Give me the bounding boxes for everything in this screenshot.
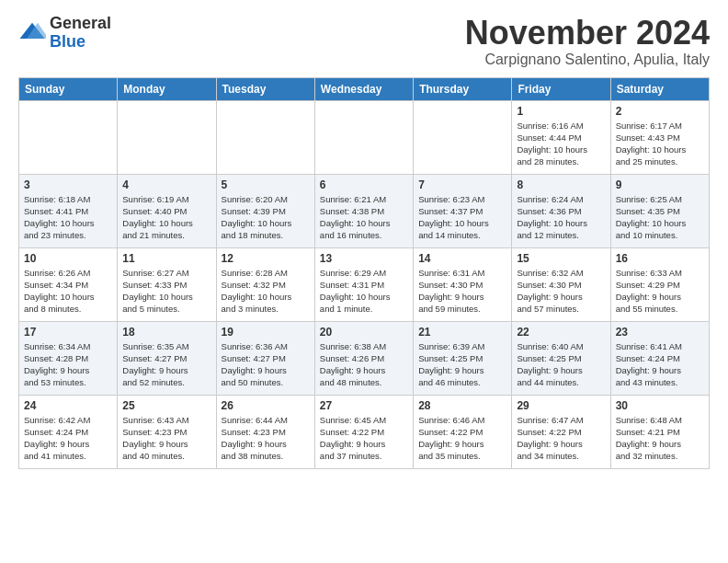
day-number: 10 [24,252,112,265]
logo-icon [18,19,46,47]
day-info: Sunrise: 6:29 AM Sunset: 4:31 PM Dayligh… [320,267,408,316]
day-info: Sunrise: 6:47 AM Sunset: 4:22 PM Dayligh… [517,414,605,463]
calendar-cell: 11Sunrise: 6:27 AM Sunset: 4:33 PM Dayli… [118,247,216,321]
calendar-cell: 18Sunrise: 6:35 AM Sunset: 4:27 PM Dayli… [118,321,216,395]
calendar-cell: 14Sunrise: 6:31 AM Sunset: 4:30 PM Dayli… [414,247,512,321]
weekday-row: SundayMondayTuesdayWednesdayThursdayFrid… [19,77,710,100]
day-info: Sunrise: 6:35 AM Sunset: 4:27 PM Dayligh… [122,340,210,389]
day-number: 11 [122,252,210,265]
day-info: Sunrise: 6:21 AM Sunset: 4:38 PM Dayligh… [320,193,408,242]
day-number: 3 [24,178,112,191]
calendar-cell [19,100,118,174]
calendar-cell: 30Sunrise: 6:48 AM Sunset: 4:21 PM Dayli… [610,395,709,468]
calendar-week-0: 1Sunrise: 6:16 AM Sunset: 4:44 PM Daylig… [19,100,710,174]
day-number: 18 [122,326,210,339]
day-info: Sunrise: 6:45 AM Sunset: 4:22 PM Dayligh… [320,414,408,463]
day-info: Sunrise: 6:39 AM Sunset: 4:25 PM Dayligh… [418,340,506,389]
logo-general: General [50,14,111,32]
day-info: Sunrise: 6:25 AM Sunset: 4:35 PM Dayligh… [616,193,704,242]
weekday-header-monday: Monday [118,77,216,100]
calendar-cell [118,100,216,174]
title-block: November 2024 Carpignano Salentino, Apul… [465,15,710,68]
day-info: Sunrise: 6:18 AM Sunset: 4:41 PM Dayligh… [24,193,112,242]
calendar-cell: 13Sunrise: 6:29 AM Sunset: 4:31 PM Dayli… [314,247,413,321]
day-number: 15 [517,252,605,265]
day-info: Sunrise: 6:20 AM Sunset: 4:39 PM Dayligh… [222,193,310,242]
day-number: 1 [517,105,605,118]
month-title: November 2024 [465,15,710,52]
day-info: Sunrise: 6:42 AM Sunset: 4:24 PM Dayligh… [24,414,112,463]
day-info: Sunrise: 6:17 AM Sunset: 4:43 PM Dayligh… [616,120,704,168]
day-info: Sunrise: 6:43 AM Sunset: 4:23 PM Dayligh… [122,414,210,463]
day-number: 29 [517,399,605,412]
day-number: 5 [222,178,310,191]
day-number: 8 [517,178,605,191]
day-info: Sunrise: 6:23 AM Sunset: 4:37 PM Dayligh… [418,193,506,242]
calendar-cell: 21Sunrise: 6:39 AM Sunset: 4:25 PM Dayli… [414,321,512,395]
day-number: 17 [24,326,112,339]
day-number: 12 [222,252,310,265]
day-info: Sunrise: 6:44 AM Sunset: 4:23 PM Dayligh… [222,414,310,463]
day-info: Sunrise: 6:26 AM Sunset: 4:34 PM Dayligh… [24,267,112,316]
day-info: Sunrise: 6:48 AM Sunset: 4:21 PM Dayligh… [616,414,704,463]
calendar-cell: 16Sunrise: 6:33 AM Sunset: 4:29 PM Dayli… [610,247,709,321]
weekday-header-tuesday: Tuesday [216,77,314,100]
calendar-cell: 10Sunrise: 6:26 AM Sunset: 4:34 PM Dayli… [19,247,118,321]
calendar-cell: 25Sunrise: 6:43 AM Sunset: 4:23 PM Dayli… [118,395,216,468]
calendar-table: SundayMondayTuesdayWednesdayThursdayFrid… [18,77,710,469]
day-number: 16 [616,252,704,265]
calendar-cell: 5Sunrise: 6:20 AM Sunset: 4:39 PM Daylig… [216,174,314,247]
day-info: Sunrise: 6:27 AM Sunset: 4:33 PM Dayligh… [122,267,210,316]
calendar-cell: 20Sunrise: 6:38 AM Sunset: 4:26 PM Dayli… [314,321,413,395]
calendar-cell: 26Sunrise: 6:44 AM Sunset: 4:23 PM Dayli… [216,395,314,468]
day-number: 13 [320,252,408,265]
calendar-cell: 7Sunrise: 6:23 AM Sunset: 4:37 PM Daylig… [414,174,512,247]
calendar-cell: 1Sunrise: 6:16 AM Sunset: 4:44 PM Daylig… [512,100,610,174]
calendar-header: SundayMondayTuesdayWednesdayThursdayFrid… [19,77,710,100]
day-info: Sunrise: 6:16 AM Sunset: 4:44 PM Dayligh… [517,120,605,168]
calendar-week-2: 10Sunrise: 6:26 AM Sunset: 4:34 PM Dayli… [19,247,710,321]
calendar-cell: 3Sunrise: 6:18 AM Sunset: 4:41 PM Daylig… [19,174,118,247]
day-number: 9 [616,178,704,191]
calendar-week-4: 24Sunrise: 6:42 AM Sunset: 4:24 PM Dayli… [19,395,710,468]
day-number: 27 [320,399,408,412]
calendar-cell: 17Sunrise: 6:34 AM Sunset: 4:28 PM Dayli… [19,321,118,395]
location: Carpignano Salentino, Apulia, Italy [465,52,710,68]
day-number: 24 [24,399,112,412]
page: General Blue November 2024 Carpignano Sa… [0,0,728,478]
weekday-header-saturday: Saturday [610,77,709,100]
calendar-cell: 29Sunrise: 6:47 AM Sunset: 4:22 PM Dayli… [512,395,610,468]
calendar-week-1: 3Sunrise: 6:18 AM Sunset: 4:41 PM Daylig… [19,174,710,247]
day-info: Sunrise: 6:38 AM Sunset: 4:26 PM Dayligh… [320,340,408,389]
calendar-cell: 22Sunrise: 6:40 AM Sunset: 4:25 PM Dayli… [512,321,610,395]
calendar-cell: 27Sunrise: 6:45 AM Sunset: 4:22 PM Dayli… [314,395,413,468]
calendar-cell: 4Sunrise: 6:19 AM Sunset: 4:40 PM Daylig… [118,174,216,247]
day-info: Sunrise: 6:34 AM Sunset: 4:28 PM Dayligh… [24,340,112,389]
calendar-cell [314,100,413,174]
calendar-cell: 6Sunrise: 6:21 AM Sunset: 4:38 PM Daylig… [314,174,413,247]
calendar-cell: 24Sunrise: 6:42 AM Sunset: 4:24 PM Dayli… [19,395,118,468]
calendar-cell: 9Sunrise: 6:25 AM Sunset: 4:35 PM Daylig… [610,174,709,247]
day-info: Sunrise: 6:32 AM Sunset: 4:30 PM Dayligh… [517,267,605,316]
day-number: 23 [616,326,704,339]
calendar-cell: 8Sunrise: 6:24 AM Sunset: 4:36 PM Daylig… [512,174,610,247]
calendar-cell: 28Sunrise: 6:46 AM Sunset: 4:22 PM Dayli… [414,395,512,468]
logo: General Blue [18,15,111,52]
day-number: 2 [616,105,704,118]
calendar-cell: 2Sunrise: 6:17 AM Sunset: 4:43 PM Daylig… [610,100,709,174]
calendar-cell [216,100,314,174]
calendar-body: 1Sunrise: 6:16 AM Sunset: 4:44 PM Daylig… [19,100,710,468]
day-info: Sunrise: 6:36 AM Sunset: 4:27 PM Dayligh… [222,340,310,389]
logo-text: General Blue [50,15,111,52]
logo-blue: Blue [50,32,85,51]
day-number: 30 [616,399,704,412]
day-number: 4 [122,178,210,191]
day-info: Sunrise: 6:28 AM Sunset: 4:32 PM Dayligh… [222,267,310,316]
day-number: 28 [418,399,506,412]
calendar-week-3: 17Sunrise: 6:34 AM Sunset: 4:28 PM Dayli… [19,321,710,395]
day-number: 26 [222,399,310,412]
day-info: Sunrise: 6:24 AM Sunset: 4:36 PM Dayligh… [517,193,605,242]
day-number: 19 [222,326,310,339]
header: General Blue November 2024 Carpignano Sa… [18,15,710,68]
day-info: Sunrise: 6:46 AM Sunset: 4:22 PM Dayligh… [418,414,506,463]
